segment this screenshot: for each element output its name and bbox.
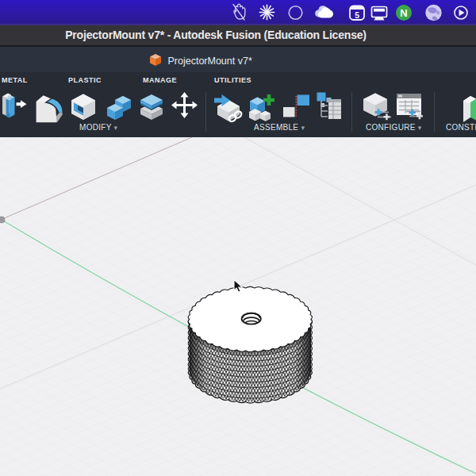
svg-text:N: N [400, 7, 407, 19]
svg-text:5: 5 [355, 10, 359, 20]
